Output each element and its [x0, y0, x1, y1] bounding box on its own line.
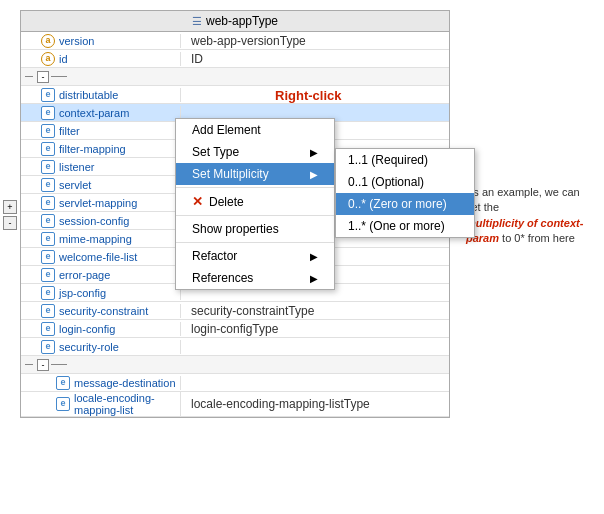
row-left: a id — [21, 52, 181, 66]
row-left: e distributable — [21, 88, 181, 102]
row-left: e listener — [21, 160, 181, 174]
row-label: locale-encoding-mapping-list — [74, 392, 180, 416]
connector — [51, 76, 67, 77]
ctrl-button-2[interactable]: - — [3, 216, 17, 230]
submenu-arrow: ▶ — [310, 273, 318, 284]
table-row: e distributable — [21, 86, 449, 104]
row-label: jsp-config — [59, 287, 106, 299]
elem-icon: e — [56, 376, 70, 390]
table-row: e message-destination — [21, 374, 449, 392]
row-left: e filter — [21, 124, 181, 138]
row-label: servlet — [59, 179, 91, 191]
row-label: session-config — [59, 215, 129, 227]
row-label: id — [59, 53, 68, 65]
elem-icon: e — [41, 322, 55, 336]
elem-icon: e — [41, 250, 55, 264]
table-row: e security-role — [21, 338, 449, 356]
row-label: filter-mapping — [59, 143, 126, 155]
row-label: context-param — [59, 107, 129, 119]
row-left: e servlet — [21, 178, 181, 192]
submenu-item-zero-or-more[interactable]: 0..* (Zero or more) — [336, 193, 474, 215]
row-left: e welcome-file-list — [21, 250, 181, 264]
menu-label: Set Multiplicity — [192, 167, 269, 181]
section-row: - — [21, 68, 449, 86]
row-value: web-app-versionType — [181, 34, 306, 48]
left-controls: + - — [3, 200, 17, 230]
row-left: e locale-encoding-mapping-list — [21, 392, 181, 416]
row-left: a version — [21, 34, 181, 48]
row-left: e login-config — [21, 322, 181, 336]
menu-label: Add Element — [192, 123, 261, 137]
menu-label: Show properties — [192, 222, 279, 236]
menu-separator — [176, 215, 334, 216]
row-label: servlet-mapping — [59, 197, 137, 209]
attr-icon: a — [41, 52, 55, 66]
table-row: a id ID — [21, 50, 449, 68]
elem-icon: e — [41, 232, 55, 246]
row-label: error-page — [59, 269, 110, 281]
table-row: a version web-app-versionType — [21, 32, 449, 50]
elem-icon: e — [41, 286, 55, 300]
submenu-arrow: ▶ — [310, 169, 318, 180]
elem-icon: e — [41, 178, 55, 192]
row-label: version — [59, 35, 94, 47]
collapse-button-2[interactable]: - — [37, 359, 49, 371]
schema-title-label: web-appType — [206, 14, 278, 28]
row-value: ID — [181, 52, 203, 66]
menu-separator — [176, 242, 334, 243]
row-left: e session-config — [21, 214, 181, 228]
elem-icon: e — [41, 160, 55, 174]
elem-icon: e — [41, 340, 55, 354]
collapse-button[interactable]: - — [37, 71, 49, 83]
submenu-item-one-or-more[interactable]: 1..* (One or more) — [336, 215, 474, 237]
row-left: e servlet-mapping — [21, 196, 181, 210]
menu-item-delete[interactable]: ✕ Delete — [176, 190, 334, 213]
connector-2 — [51, 364, 67, 365]
submenu-arrow: ▶ — [310, 251, 318, 262]
row-value: locale-encoding-mapping-listType — [181, 397, 370, 411]
menu-item-set-type[interactable]: Set Type ▶ — [176, 141, 334, 163]
elem-icon: e — [56, 397, 70, 411]
elem-icon: e — [41, 124, 55, 138]
menu-item-set-multiplicity[interactable]: Set Multiplicity ▶ — [176, 163, 334, 185]
menu-item-show-properties[interactable]: Show properties — [176, 218, 334, 240]
submenu-multiplicity: 1..1 (Required) 0..1 (Optional) 0..* (Ze… — [335, 148, 475, 238]
schema-icon: ☰ — [192, 15, 202, 28]
submenu-label: 0..1 (Optional) — [348, 175, 424, 189]
attr-icon: a — [41, 34, 55, 48]
context-menu: Add Element Set Type ▶ Set Multiplicity … — [175, 118, 335, 290]
submenu-label: 1..* (One or more) — [348, 219, 445, 233]
submenu-label: 1..1 (Required) — [348, 153, 428, 167]
menu-label: Set Type — [192, 145, 239, 159]
row-label: distributable — [59, 89, 118, 101]
submenu-label: 0..* (Zero or more) — [348, 197, 447, 211]
row-value: login-configType — [181, 322, 278, 336]
menu-separator — [176, 187, 334, 188]
row-left: e context-param — [21, 106, 181, 120]
row-left: e error-page — [21, 268, 181, 282]
elem-icon: e — [41, 268, 55, 282]
menu-item-refactor[interactable]: Refactor ▶ — [176, 245, 334, 267]
table-row: e locale-encoding-mapping-list locale-en… — [21, 392, 449, 417]
menu-item-add-element[interactable]: Add Element — [176, 119, 334, 141]
right-click-label: Right-click — [275, 88, 341, 103]
table-row: e login-config login-configType — [21, 320, 449, 338]
elem-icon: e — [41, 304, 55, 318]
ctrl-button[interactable]: + — [3, 200, 17, 214]
delete-icon: ✕ — [192, 194, 203, 209]
row-left: e security-role — [21, 340, 181, 354]
submenu-arrow: ▶ — [310, 147, 318, 158]
menu-item-references[interactable]: References ▶ — [176, 267, 334, 289]
row-left: e message-destination — [21, 376, 181, 390]
row-left: e jsp-config — [21, 286, 181, 300]
elem-icon: e — [41, 106, 55, 120]
menu-label: References — [192, 271, 253, 285]
elem-icon: e — [41, 142, 55, 156]
side-note: As an example, we can set the multiplici… — [466, 185, 596, 247]
row-label: login-config — [59, 323, 115, 335]
row-label: security-role — [59, 341, 119, 353]
elem-icon: e — [41, 88, 55, 102]
table-row: e security-constraint security-constrain… — [21, 302, 449, 320]
submenu-item-required[interactable]: 1..1 (Required) — [336, 149, 474, 171]
submenu-item-optional[interactable]: 0..1 (Optional) — [336, 171, 474, 193]
